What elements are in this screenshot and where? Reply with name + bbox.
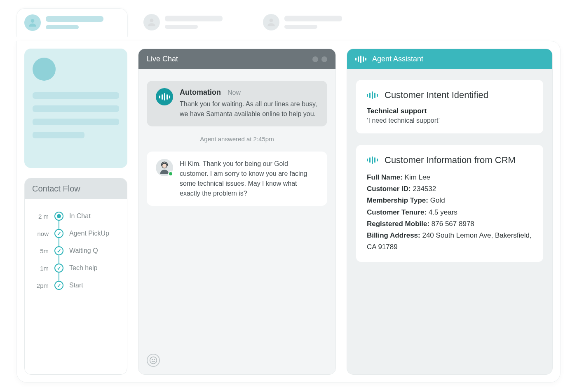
contact-flow-item: 2pm✓Start	[31, 277, 120, 294]
placeholder-line	[46, 25, 79, 29]
crm-full-name: Full Name: Kim Lee	[367, 172, 532, 183]
message-author: Automation	[180, 88, 221, 97]
svg-point-0	[31, 19, 35, 23]
contact-flow-item: now✓Agent PickUp	[31, 225, 120, 242]
crm-mobile: Registered Mobile: 876 567 8978	[367, 218, 532, 230]
svg-point-6	[152, 359, 153, 360]
conversation-tab-active[interactable]	[16, 8, 128, 37]
contact-flow-item: 1m✓Tech help	[31, 259, 120, 277]
contact-flow-time: now	[31, 230, 49, 237]
contact-flow-label: Tech help	[69, 264, 98, 272]
intent-subject: Technical support	[367, 107, 532, 115]
avatar-icon	[33, 58, 56, 81]
contact-flow-label: Start	[69, 282, 83, 289]
placeholder-line	[284, 16, 342, 21]
contact-flow-time: 2 m	[31, 213, 49, 220]
crm-membership: Membership Type: Gold	[367, 195, 532, 206]
contact-flow-panel: Contact Flow 2 mIn Chatnow✓Agent PickUp5…	[24, 178, 127, 375]
emoji-picker-button[interactable]	[147, 354, 160, 367]
chat-system-line: Agent answered at 2:45pm	[147, 134, 327, 144]
live-chat-panel: Live Chat Automation Now	[138, 49, 336, 375]
placeholder-line	[33, 105, 119, 112]
agent-avatar-icon	[156, 159, 173, 176]
intent-card: Customer Intent Identified Technical sup…	[356, 80, 543, 133]
agent-assistant-header: Agent Assistant	[347, 49, 552, 69]
assistant-icon	[367, 156, 378, 164]
customer-profile-card	[24, 49, 127, 168]
message-text: Thank you for waiting. As all our lines …	[180, 99, 318, 119]
agent-assistant-title: Agent Assistant	[372, 55, 423, 63]
svg-point-4	[162, 164, 167, 168]
flow-node-check-icon: ✓	[54, 229, 63, 238]
contact-flow-item: 2 mIn Chat	[31, 208, 120, 225]
placeholder-line	[284, 25, 317, 29]
contact-flow-time: 5m	[31, 247, 49, 254]
placeholder-line	[165, 25, 198, 29]
contact-flow-label: Agent PickUp	[69, 230, 109, 237]
window-control-dot[interactable]	[312, 56, 318, 62]
contact-flow-time: 1m	[31, 265, 49, 272]
contact-flow-list: 2 mIn Chatnow✓Agent PickUp5m✓Waiting Q1m…	[25, 199, 127, 302]
automation-icon	[156, 88, 173, 105]
presence-indicator-icon	[168, 171, 173, 176]
contact-flow-item: 5m✓Waiting Q	[31, 242, 120, 259]
live-chat-title: Live Chat	[147, 55, 178, 63]
chat-message-agent: Hi Kim. Thank you for being our Gold cus…	[147, 152, 327, 206]
crm-card-title: Customer Information from CRM	[385, 154, 516, 166]
placeholder-line	[46, 16, 103, 22]
flow-node-check-icon: ✓	[54, 264, 63, 273]
contact-flow-time: 2pm	[31, 282, 49, 289]
crm-tenure: Customer Tenure: 4.5 years	[367, 207, 532, 218]
contact-flow-title: Contact Flow	[25, 178, 127, 199]
contact-flow-label: In Chat	[69, 212, 91, 220]
flow-node-check-icon: ✓	[54, 281, 63, 290]
live-chat-header: Live Chat	[138, 49, 335, 69]
placeholder-line	[33, 132, 84, 138]
window-control-dot[interactable]	[321, 56, 327, 62]
svg-point-5	[150, 357, 157, 364]
avatar-icon	[24, 14, 41, 31]
conversation-tab[interactable]	[256, 8, 367, 36]
svg-point-1	[150, 19, 154, 22]
placeholder-line	[33, 92, 119, 99]
contact-flow-label: Waiting Q	[69, 247, 98, 254]
svg-point-7	[154, 359, 155, 360]
intent-quote: ‘I need technical support’	[367, 117, 532, 124]
chat-input-bar[interactable]	[138, 346, 335, 374]
conversation-tabs	[16, 8, 561, 37]
agent-assistant-panel: Agent Assistant Customer Intent Identifi…	[347, 49, 553, 375]
conversation-tab[interactable]	[136, 8, 247, 36]
assistant-icon	[367, 91, 378, 99]
message-time: Now	[228, 89, 241, 96]
flow-node-current-icon	[54, 212, 63, 221]
flow-node-check-icon: ✓	[54, 246, 63, 255]
intent-card-title: Customer Intent Identified	[385, 89, 488, 101]
message-text: Hi Kim. Thank you for being our Gold cus…	[180, 159, 318, 198]
avatar-icon	[143, 14, 160, 30]
chat-message-automation: Automation Now Thank you for waiting. As…	[147, 81, 327, 126]
placeholder-line	[165, 16, 223, 21]
avatar-icon	[263, 14, 279, 30]
svg-point-2	[270, 19, 273, 22]
crm-card: Customer Information from CRM Full Name:…	[356, 145, 543, 262]
assistant-icon	[355, 56, 366, 63]
placeholder-line	[33, 119, 119, 125]
crm-billing: Billing Address: 240 South Lemon Ave, Ba…	[367, 230, 532, 253]
crm-customer-id: Customer ID: 234532	[367, 183, 532, 195]
